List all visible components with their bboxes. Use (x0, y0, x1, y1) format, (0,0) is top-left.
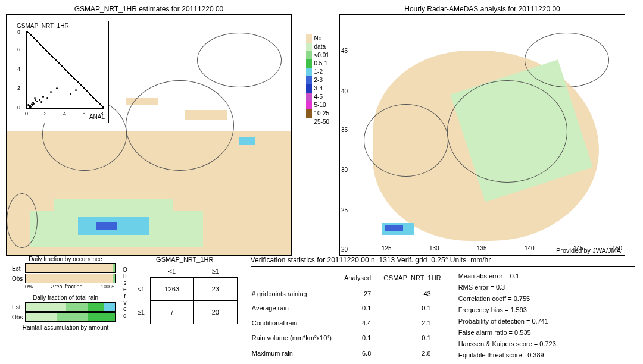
legend-label: <0.01 (314, 51, 331, 59)
axis-100: 100% (101, 284, 114, 290)
legend-label: 2-3 (314, 76, 331, 84)
legend-label: 3-4 (314, 84, 331, 93)
stats-header: Verification statistics for 20111220 00 … (251, 256, 635, 264)
color-legend: No data<0.010.5-11-22-33-44-55-1010-2525… (306, 34, 330, 126)
legend-label: 5-10 (314, 101, 331, 109)
st-h1: Analysed (344, 272, 382, 285)
legend-label: 10-25 (314, 109, 331, 118)
map2-panel: Hourly Radar-AMeDAS analysis for 2011122… (339, 5, 625, 256)
legend-label: 25-50 (314, 118, 331, 126)
scatter-inset: GSMAP_NRT_1HR (13, 21, 109, 123)
contingency-table: GSMAP_NRT_1HR <1 ≥1 <1 1263 23 ≥1 7 20 (132, 256, 238, 361)
score-row: Equitable threat score= 0.389 (458, 350, 556, 361)
map2: 20 25 30 35 40 45 125 130 135 140 145 15… (339, 14, 625, 256)
occ-obs-bar (25, 274, 116, 283)
score-row: False alarm ratio = 0.535 (458, 327, 556, 338)
acc-caption: Rainfall accumulation by amount (12, 324, 119, 331)
fraction-bars: Daily fraction by occurrence Est Obs 0% … (12, 256, 119, 361)
stats-row: Average rain 0.10.1 (252, 302, 442, 315)
st-h2: GSMAP_NRT_1HR (383, 272, 441, 285)
score-row: Probability of detection = 0.741 (458, 316, 556, 327)
map1-panel: GSMAP_NRT_1HR estimates for 20111220 00 … (6, 5, 292, 256)
rain-title: Daily fraction of total rain (12, 294, 119, 301)
stats-block: Verification statistics for 20111220 00 … (251, 256, 635, 361)
ct-10: 7 (150, 301, 193, 324)
occ-title: Daily fraction by occurrence (12, 256, 119, 262)
observed-label: Observed (123, 266, 127, 361)
ct-row1: <1 (132, 278, 151, 301)
ct-col1: <1 (150, 265, 193, 278)
legend-label: 0.5-1 (314, 59, 331, 68)
rain-est-label: Est (12, 304, 25, 310)
legend-label: 4-5 (314, 93, 331, 101)
rain-obs-bar (25, 312, 116, 322)
occ-est-label: Est (12, 265, 25, 272)
score-row: Correlation coeff = 0.755 (458, 293, 556, 305)
ct-row2: ≥1 (132, 301, 151, 324)
rain-est-bar (25, 302, 116, 312)
map2-title: Hourly Radar-AMeDAS analysis for 2011122… (339, 5, 625, 13)
stats-row: # gridpoints raining 2743 (252, 287, 442, 300)
legend-label: No data (314, 34, 331, 51)
inset-xlabel: ANAL (89, 114, 105, 120)
stats-row: Conditional rain 4.42.1 (252, 316, 442, 330)
map1: GSMAP_NRT_1HR (6, 14, 292, 256)
inset-title: GSMAP_NRT_1HR (17, 23, 69, 29)
stats-row: Rain volume (mm*km²x10⁴) 0.10.1 (252, 331, 442, 345)
ct-00: 1263 (150, 278, 193, 301)
score-row: Hanssen & Kuipers score = 0.723 (458, 338, 556, 350)
score-row: Frequency bias = 1.593 (458, 305, 556, 316)
stats-table: Analysed GSMAP_NRT_1HR # gridpoints rain… (251, 271, 443, 361)
ct-title: GSMAP_NRT_1HR (132, 256, 238, 263)
legend-label: 1-2 (314, 68, 331, 76)
score-row: Mean abs error = 0.1 (458, 271, 556, 282)
map1-title: GSMAP_NRT_1HR estimates for 20111220 00 (6, 5, 292, 13)
axis-mid: Areal fraction (51, 284, 82, 290)
ct-11: 20 (193, 301, 237, 324)
ct-col2: ≥1 (193, 265, 237, 278)
score-row: RMS error = 0.3 (458, 282, 556, 293)
scatter-plot: 0 2 4 6 8 0 2 4 6 8 (26, 31, 104, 109)
ct-01: 23 (193, 278, 237, 301)
stats-row: Maximum rain 6.82.8 (252, 346, 442, 360)
rain-obs-label: Obs (12, 314, 25, 321)
axis-0: 0% (25, 284, 33, 290)
occ-obs-label: Obs (12, 275, 25, 282)
occ-est-bar (25, 263, 116, 273)
scores-list: Mean abs error = 0.1RMS error = 0.3Corre… (458, 271, 556, 361)
